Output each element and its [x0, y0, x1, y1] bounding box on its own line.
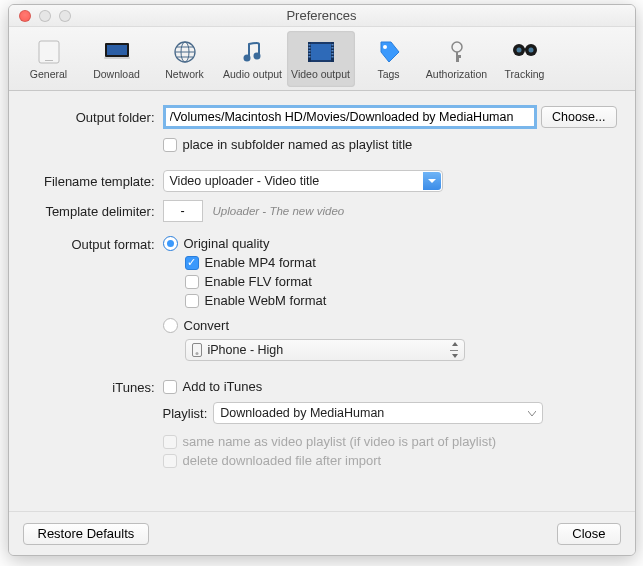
- tab-tracking[interactable]: Tracking: [491, 31, 559, 87]
- svg-rect-25: [331, 56, 333, 58]
- footer: Restore Defaults Close: [9, 511, 635, 555]
- titlebar: Preferences: [9, 5, 635, 27]
- tab-authorization[interactable]: Authorization: [423, 31, 491, 87]
- add-to-itunes-label: Add to iTunes: [183, 379, 263, 394]
- iphone-icon: [192, 343, 202, 357]
- svg-rect-3: [107, 45, 127, 55]
- preferences-window: Preferences General Download Network Aud…: [8, 4, 636, 556]
- enable-flv-label: Enable FLV format: [205, 274, 312, 289]
- svg-rect-19: [308, 53, 310, 55]
- tab-audio-output[interactable]: Audio output: [219, 31, 287, 87]
- svg-point-27: [452, 42, 462, 52]
- svg-point-10: [243, 55, 250, 62]
- tab-download[interactable]: Download: [83, 31, 151, 87]
- enable-webm-label: Enable WebM format: [205, 293, 327, 308]
- toolbar: General Download Network Audio output Vi…: [9, 27, 635, 91]
- chevron-down-icon: [528, 406, 536, 420]
- choose-button[interactable]: Choose...: [541, 106, 617, 128]
- video-icon: [305, 37, 337, 67]
- output-format-label: Output format:: [27, 236, 163, 252]
- tags-icon: [373, 37, 405, 67]
- enable-mp4-label: Enable MP4 format: [205, 255, 316, 270]
- playlist-select[interactable]: Downloaded by MediaHuman: [213, 402, 543, 424]
- general-icon: [33, 37, 65, 67]
- restore-defaults-button[interactable]: Restore Defaults: [23, 523, 150, 545]
- download-icon: [101, 37, 133, 67]
- svg-point-26: [383, 45, 387, 49]
- enable-webm-checkbox[interactable]: [185, 294, 199, 308]
- convert-radio[interactable]: [163, 318, 178, 333]
- svg-point-31: [528, 48, 533, 53]
- enable-flv-checkbox[interactable]: [185, 275, 199, 289]
- filename-template-select[interactable]: Video uploader - Video title: [163, 170, 443, 192]
- filename-template-label: Filename template:: [27, 174, 163, 189]
- svg-rect-0: [39, 41, 59, 63]
- original-quality-label: Original quality: [184, 236, 270, 251]
- same-name-label: same name as video playlist (if video is…: [183, 434, 497, 449]
- delete-after-label: delete downloaded file after import: [183, 453, 382, 468]
- template-delimiter-input[interactable]: [163, 200, 203, 222]
- tab-network[interactable]: Network: [151, 31, 219, 87]
- subfolder-label: place in subfolder named as playlist tit…: [183, 137, 413, 152]
- original-quality-radio[interactable]: [163, 236, 178, 251]
- svg-rect-24: [331, 53, 333, 55]
- content-pane: Output folder: Choose... place in subfol…: [9, 91, 635, 511]
- tab-tags[interactable]: Tags: [355, 31, 423, 87]
- subfolder-checkbox[interactable]: [163, 138, 177, 152]
- svg-rect-21: [331, 44, 333, 46]
- enable-mp4-checkbox[interactable]: [185, 256, 199, 270]
- svg-rect-4: [104, 57, 130, 59]
- itunes-label: iTunes:: [27, 379, 163, 395]
- authorization-icon: [441, 37, 473, 67]
- audio-icon: [237, 37, 269, 67]
- tab-video-output[interactable]: Video output: [287, 31, 355, 87]
- output-folder-label: Output folder:: [27, 110, 163, 125]
- convert-label: Convert: [184, 318, 230, 333]
- svg-point-11: [253, 53, 260, 60]
- tracking-icon: [509, 37, 541, 67]
- close-button[interactable]: Close: [557, 523, 620, 545]
- svg-point-30: [516, 48, 521, 53]
- delete-after-checkbox: [163, 454, 177, 468]
- window-title: Preferences: [9, 8, 635, 23]
- svg-rect-18: [308, 50, 310, 52]
- svg-rect-23: [331, 50, 333, 52]
- svg-rect-1: [45, 60, 53, 61]
- add-to-itunes-checkbox[interactable]: [163, 380, 177, 394]
- output-folder-input[interactable]: [163, 105, 537, 129]
- playlist-label: Playlist:: [163, 406, 208, 421]
- template-hint: Uploader - The new video: [213, 205, 345, 217]
- template-delimiter-label: Template delimiter:: [27, 204, 163, 219]
- tab-general[interactable]: General: [15, 31, 83, 87]
- svg-rect-17: [308, 47, 310, 49]
- network-icon: [169, 37, 201, 67]
- svg-rect-22: [331, 47, 333, 49]
- svg-rect-13: [311, 44, 331, 60]
- stepper-arrows-icon: [450, 342, 460, 358]
- convert-preset-select[interactable]: iPhone - High: [185, 339, 465, 361]
- svg-rect-20: [308, 56, 310, 58]
- same-name-checkbox: [163, 435, 177, 449]
- svg-rect-16: [308, 44, 310, 46]
